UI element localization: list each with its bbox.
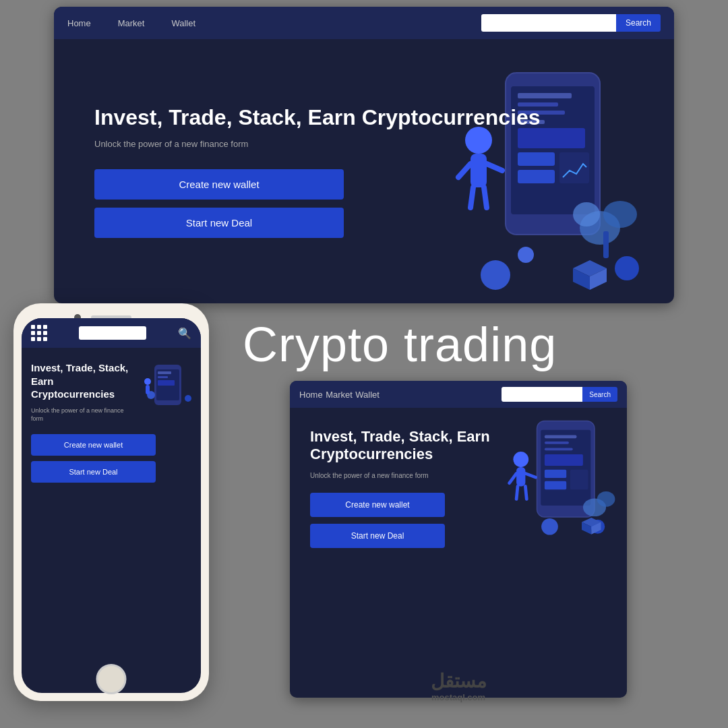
hero-title: Invest, Trade, Stack, Earn Cryptocurrenc… xyxy=(94,104,634,130)
phone-outer: 🔍 Invest, Trade, Stack, Earn Cryptocurre… xyxy=(13,303,209,701)
bottom-nav-wallet[interactable]: Wallet xyxy=(355,390,380,400)
phone-hero-subtitle: Unlock the power of a new finance form xyxy=(31,406,138,423)
bottom-hero-subtitle: Unlock the power of a new finance form xyxy=(310,472,607,479)
svg-rect-2 xyxy=(518,93,572,98)
nav-home[interactable]: Home xyxy=(67,18,91,28)
svg-rect-28 xyxy=(158,371,171,374)
grid-icon xyxy=(31,325,47,341)
svg-rect-30 xyxy=(158,380,175,386)
phone-start-deal-button[interactable]: Start new Deal xyxy=(31,461,156,483)
hero-text-area: Invest, Trade, Stack, Earn Cryptocurrenc… xyxy=(94,104,634,237)
nav-search-input[interactable] xyxy=(481,14,616,32)
top-desktop-mockup: Home Market Wallet Search Invest, Trade,… xyxy=(54,7,674,303)
phone-hero-title: Invest, Trade, Stack, Earn Cryptocurrenc… xyxy=(31,361,138,401)
bottom-nav-search-area: Search xyxy=(502,387,617,402)
phone-hero-content: Invest, Trade, Stack, Earn Cryptocurrenc… xyxy=(31,361,191,434)
phone-search-bar[interactable] xyxy=(79,326,146,340)
phone-nav: 🔍 xyxy=(22,318,201,348)
bottom-hero-text-area: Invest, Trade, Stack, Earn Cryptocurrenc… xyxy=(310,428,607,548)
phone-home-button[interactable] xyxy=(96,664,127,694)
phone-search-icon[interactable]: 🔍 xyxy=(178,327,191,340)
bottom-hero-title: Invest, Trade, Stack, Earn Cryptocurrenc… xyxy=(310,428,607,464)
watermark: مستقل mostaql.com xyxy=(290,670,627,702)
watermark-sub: mostaql.com xyxy=(290,692,627,702)
bottom-desktop-mockup: Home Market Wallet Search Invest, Trade,… xyxy=(290,381,627,698)
bottom-nav-search-button[interactable]: Search xyxy=(582,387,617,402)
bottom-create-wallet-button[interactable]: Create new wallet xyxy=(310,493,445,517)
nav-links: Home Market Wallet xyxy=(67,18,454,28)
nav-market[interactable]: Market xyxy=(118,18,145,28)
phone-illustration xyxy=(144,361,191,415)
bottom-hero: Invest, Trade, Stack, Earn Cryptocurrenc… xyxy=(290,408,627,698)
svg-point-33 xyxy=(144,378,151,385)
top-hero: Invest, Trade, Stack, Earn Cryptocurrenc… xyxy=(54,39,674,303)
svg-rect-29 xyxy=(158,376,168,378)
phone-screen: 🔍 Invest, Trade, Stack, Earn Cryptocurre… xyxy=(22,318,201,693)
bottom-nav-links: Home Market Wallet xyxy=(299,388,380,400)
svg-rect-34 xyxy=(146,385,150,394)
bottom-nav: Home Market Wallet Search xyxy=(290,381,627,408)
nav-search-button[interactable]: Search xyxy=(616,14,661,32)
phone-hero-text: Invest, Trade, Stack, Earn Cryptocurrenc… xyxy=(31,361,138,434)
start-deal-button[interactable]: Start new Deal xyxy=(94,208,344,238)
nav-search-area: Search xyxy=(481,14,661,32)
bottom-nav-search-input[interactable] xyxy=(502,387,582,402)
watermark-text: مستقل xyxy=(290,670,627,692)
bottom-nav-home[interactable]: Home xyxy=(299,390,323,400)
phone-create-wallet-button[interactable]: Create new wallet xyxy=(31,434,156,456)
bottom-start-deal-button[interactable]: Start new Deal xyxy=(310,524,445,548)
create-wallet-button[interactable]: Create new wallet xyxy=(94,169,344,200)
svg-point-22 xyxy=(518,247,534,263)
svg-point-32 xyxy=(185,395,191,402)
top-nav: Home Market Wallet Search xyxy=(54,7,674,39)
phone-hero: Invest, Trade, Stack, Earn Cryptocurrenc… xyxy=(22,348,201,496)
bottom-nav-market[interactable]: Market xyxy=(326,390,353,400)
svg-point-20 xyxy=(481,260,510,290)
nav-wallet[interactable]: Wallet xyxy=(171,18,195,28)
crypto-trading-title: Crypto trading xyxy=(243,317,557,372)
svg-point-21 xyxy=(615,256,639,280)
phone-mockup-wrapper: 🔍 Invest, Trade, Stack, Earn Cryptocurre… xyxy=(13,303,209,721)
hero-subtitle: Unlock the power of a new finance form xyxy=(94,139,634,149)
